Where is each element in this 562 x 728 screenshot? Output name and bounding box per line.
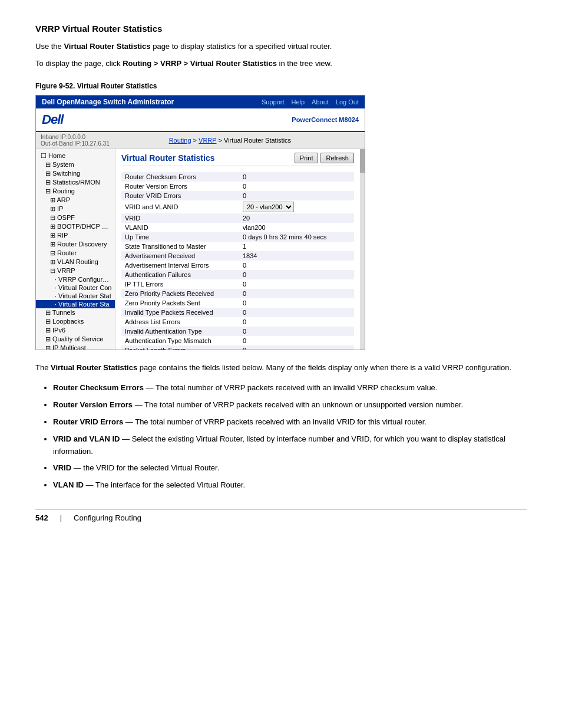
footer-section: Configuring Routing [74, 513, 141, 522]
sidebar-item-ip[interactable]: ⊞ IP [36, 205, 115, 213]
sidebar-item-loopbacks[interactable]: ⊞ Loopbacks [36, 317, 115, 326]
stats-value: 0 [239, 172, 354, 182]
stats-label: VLANID [121, 223, 239, 232]
bullet-item: VRID and VLAN ID — Select the existing V… [53, 433, 527, 458]
scroll-indicator[interactable] [360, 149, 365, 350]
bullet-item: Router Version Errors — The total number… [53, 399, 527, 411]
breadcrumb-vrrp[interactable]: VRRP [199, 137, 216, 144]
stats-value: 1 [239, 242, 354, 251]
stats-table: Router Checksum Errors0Router Version Er… [121, 172, 354, 350]
button-group: Print Refresh [295, 153, 354, 163]
figure-label: Figure 9-52. Virtual Router Statistics [35, 82, 527, 90]
sidebar-item-router-discovery[interactable]: ⊞ Router Discovery [36, 240, 115, 249]
print-button[interactable]: Print [295, 153, 319, 163]
help-link[interactable]: Help [291, 98, 305, 106]
logout-link[interactable]: Log Out [336, 98, 359, 106]
stats-row: Packet Length Errors0 [121, 345, 354, 350]
outofband-ip: Out-of-Band IP:10.27.6.31 [41, 140, 110, 147]
brand-bar: Dell PowerConnect M8024 [36, 108, 365, 132]
admin-header: Dell OpenManage Switch Administrator Sup… [36, 95, 365, 108]
nav-bar: Inband IP:0.0.0.0 Out-of-Band IP:10.27.6… [36, 132, 365, 149]
stats-label: Router Checksum Errors [121, 172, 239, 182]
stats-label: VRID and VLANID [121, 200, 239, 213]
stats-value: 0 [239, 261, 354, 270]
stats-label: Invalid Type Packets Received [121, 308, 239, 317]
content-area: ☐ Home ⊞ System ⊞ Switching ⊞ Statistics… [36, 149, 365, 350]
about-link[interactable]: About [312, 98, 329, 106]
breadcrumb: Routing > VRRP > Virtual Router Statisti… [169, 137, 292, 144]
stats-label: Address List Errors [121, 317, 239, 327]
stats-row: Authentication Type Mismatch0 [121, 336, 354, 345]
scroll-thumb [360, 149, 365, 173]
sidebar-item-tunnels[interactable]: ⊞ Tunnels [36, 308, 115, 317]
stats-label: State Transitioned to Master [121, 242, 239, 251]
sidebar-item-router[interactable]: ⊟ Router [36, 249, 115, 258]
stats-row: Authentication Failures0 [121, 270, 354, 279]
stats-label: VRID [121, 213, 239, 223]
inband-ip: Inband IP:0.0.0.0 [41, 134, 110, 140]
main-title-row: Virtual Router Statistics Print Refresh [121, 153, 354, 166]
bullet-item: VLAN ID — The interface for the selected… [53, 479, 527, 492]
stats-row: State Transitioned to Master1 [121, 242, 354, 251]
sidebar-item-vrrp-config[interactable]: · VRRP Configuratio [36, 275, 115, 284]
bullet-item: VRID — the VRID for the selected Virtual… [53, 462, 527, 475]
app-name: Dell OpenManage Switch Administrator [42, 98, 174, 106]
stats-value: 0 [239, 345, 354, 350]
sidebar-item-switching[interactable]: ⊞ Switching [36, 169, 115, 178]
stats-row: Address List Errors0 [121, 317, 354, 327]
sidebar-item-home[interactable]: ☐ Home [36, 151, 115, 160]
sidebar-item-routing[interactable]: ⊟ Routing [36, 187, 115, 196]
stats-row: Advertisement Received1834 [121, 251, 354, 261]
stats-value: vlan200 [239, 223, 354, 232]
sidebar-item-multicast[interactable]: ⊞ IP Multicast [36, 344, 115, 350]
vrid-vlanid-select[interactable]: 20 - vlan200 [243, 202, 294, 212]
sidebar-item-vlan-routing[interactable]: ⊞ VLAN Routing [36, 258, 115, 266]
sidebar-item-bootp[interactable]: ⊞ BOOTP/DHCP Relay [36, 222, 115, 231]
sidebar-item-statistics[interactable]: ⊞ Statistics/RMON [36, 178, 115, 187]
breadcrumb-routing[interactable]: Routing [169, 137, 191, 144]
stats-value: 1834 [239, 251, 354, 261]
sidebar-item-virtual-router-stat[interactable]: · Virtual Router Stat [36, 292, 115, 300]
bullet-item: Router VRID Errors — The total number of… [53, 416, 527, 429]
section-title: VRRP Virtual Router Statistics [35, 24, 527, 34]
stats-value: 0 [239, 308, 354, 317]
sidebar-item-system[interactable]: ⊞ System [36, 160, 115, 169]
product-name: PowerConnect M8024 [292, 116, 359, 123]
stats-row: Zero Priority Packets Received0 [121, 289, 354, 298]
footer-page-num: 542 [35, 513, 48, 522]
sidebar-item-virtual-router-con[interactable]: · Virtual Router Con [36, 284, 115, 292]
stats-label: Zero Priority Packets Received [121, 289, 239, 298]
stats-value: 0 [239, 289, 354, 298]
body-para1: The Virtual Router Statistics page conta… [35, 362, 527, 374]
stats-row: Advertisement Interval Errors0 [121, 261, 354, 270]
stats-label: IP TTL Errors [121, 279, 239, 289]
support-link[interactable]: Support [262, 98, 285, 106]
sidebar-item-rip[interactable]: ⊞ RIP [36, 231, 115, 240]
bullet-list: Router Checksum Errors — The total numbe… [53, 382, 527, 492]
main-content: Virtual Router Statistics Print Refresh … [115, 149, 360, 350]
sidebar-item-ipv6[interactable]: ⊞ IPv6 [36, 326, 115, 335]
stats-row: IP TTL Errors0 [121, 279, 354, 289]
stats-row: Up Time0 days 0 hrs 32 mins 40 secs [121, 232, 354, 242]
stats-label: Packet Length Errors [121, 345, 239, 350]
main-title: Virtual Router Statistics [121, 153, 214, 163]
refresh-button[interactable]: Refresh [320, 153, 354, 163]
sidebar-item-qos[interactable]: ⊞ Quality of Service [36, 335, 115, 344]
stats-label: Advertisement Interval Errors [121, 261, 239, 270]
stats-row: VRID20 [121, 213, 354, 223]
stats-value: 0 [239, 182, 354, 191]
sidebar-item-arp[interactable]: ⊞ ARP [36, 196, 115, 205]
sidebar-item-ospf[interactable]: ⊟ OSPF [36, 213, 115, 222]
stats-value[interactable]: 20 - vlan200 [239, 200, 354, 213]
stats-label: Router VRID Errors [121, 191, 239, 200]
stats-value: 0 [239, 317, 354, 327]
sidebar: ☐ Home ⊞ System ⊞ Switching ⊞ Statistics… [36, 149, 115, 350]
stats-value: 0 [239, 336, 354, 345]
page-wrapper: VRRP Virtual Router Statistics Use the V… [0, 0, 562, 546]
stats-value: 0 [239, 327, 354, 336]
sidebar-item-virtual-router-sta-selected[interactable]: · Virtual Router Sta [36, 300, 115, 308]
stats-label: Zero Priority Packets Sent [121, 298, 239, 308]
sidebar-item-vrrp[interactable]: ⊟ VRRP [36, 266, 115, 275]
stats-row: Router Checksum Errors0 [121, 172, 354, 182]
header-nav-links: Support Help About Log Out [262, 98, 359, 106]
